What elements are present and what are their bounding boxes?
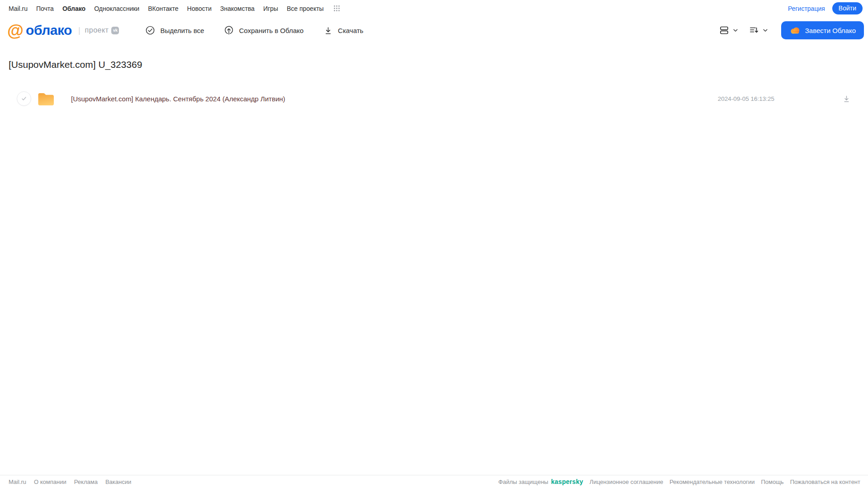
page-title: [UsupovMarket.com] U_323369: [9, 59, 868, 70]
topnav-link-znakomstva[interactable]: Знакомства: [220, 5, 255, 12]
apps-grid-icon[interactable]: [333, 5, 340, 12]
save-to-cloud-button[interactable]: Сохранить в Облако: [224, 25, 304, 35]
file-modified-date: 2024-09-05 16:13:25: [718, 95, 774, 102]
portal-topbar: Mail.ru Почта Облако Одноклассники ВКонт…: [0, 0, 868, 17]
cloud-icon: [789, 26, 801, 35]
download-icon: [842, 95, 851, 103]
chevron-down-icon: [732, 27, 739, 33]
header-right-controls: Завести Облако: [719, 21, 864, 39]
create-cloud-button[interactable]: Завести Облако: [781, 21, 864, 39]
topnav-link-vkontakte[interactable]: ВКонтакте: [148, 5, 178, 12]
login-button[interactable]: Войти: [832, 2, 863, 14]
protected-label: Файлы защищены: [498, 479, 548, 485]
topnav-link-mailru[interactable]: Mail.ru: [9, 5, 28, 12]
topnav-link-all-projects[interactable]: Все проекты: [287, 5, 324, 12]
mailru-at-icon: @: [7, 22, 24, 39]
footer-link-report-content[interactable]: Пожаловаться на контент: [790, 479, 860, 485]
folder-name-link[interactable]: [UsupovMarket.com] Календарь. Сентябрь 2…: [71, 95, 285, 103]
topnav-link-pochta[interactable]: Почта: [36, 5, 54, 12]
cloud-upload-icon: [224, 25, 234, 35]
download-all-label: Скачать: [338, 27, 363, 34]
footer-link-mailru[interactable]: Mail.ru: [9, 479, 26, 485]
footer-left-links: Mail.ru О компании Реклама Вакансии: [9, 479, 131, 485]
registration-link[interactable]: Регистрация: [788, 5, 825, 12]
download-all-button[interactable]: Скачать: [323, 26, 363, 35]
create-cloud-label: Завести Облако: [805, 27, 856, 34]
footer: Mail.ru О компании Реклама Вакансии Файл…: [0, 475, 868, 488]
footer-link-help[interactable]: Помощь: [761, 479, 783, 485]
cloud-brand-text: облако: [26, 23, 72, 38]
footer-right-links: Файлы защищены kaspersky Лицензионное со…: [498, 478, 860, 485]
vk-logo-icon: vk: [111, 27, 119, 34]
download-icon: [323, 26, 333, 35]
check-circle-icon: [145, 25, 155, 35]
chevron-down-icon: [762, 27, 768, 33]
topnav-link-novosti[interactable]: Новости: [187, 5, 212, 12]
portal-nav: Mail.ru Почта Облако Одноклассники ВКонт…: [9, 5, 340, 12]
sort-dropdown[interactable]: [749, 25, 768, 36]
footer-link-about[interactable]: О компании: [34, 479, 66, 485]
logo-divider: |: [78, 26, 81, 35]
kaspersky-logo[interactable]: kaspersky: [551, 478, 583, 485]
cloud-logo[interactable]: @ облако | проект vk: [7, 22, 119, 39]
row-download-button[interactable]: [842, 95, 851, 103]
topnav-link-odnoklassniki[interactable]: Одноклассники: [94, 5, 139, 12]
kaspersky-protection: Файлы защищены kaspersky: [498, 478, 583, 485]
topnav-link-igry[interactable]: Игры: [263, 5, 278, 12]
topnav-link-oblako[interactable]: Облако: [62, 5, 85, 12]
sort-icon: [749, 25, 759, 36]
list-view-icon: [719, 25, 730, 36]
select-all-label: Выделить все: [160, 27, 204, 34]
view-mode-dropdown[interactable]: [719, 25, 739, 36]
file-checkbox[interactable]: [17, 91, 31, 106]
footer-link-ads[interactable]: Реклама: [74, 479, 98, 485]
save-to-cloud-label: Сохранить в Облако: [239, 27, 304, 34]
footer-link-jobs[interactable]: Вакансии: [105, 479, 131, 485]
topbar-auth: Регистрация Войти: [788, 2, 863, 14]
file-row[interactable]: [UsupovMarket.com] Календарь. Сентябрь 2…: [0, 88, 868, 109]
select-all-button[interactable]: Выделить все: [145, 25, 204, 35]
footer-link-license[interactable]: Лицензионное соглашение: [589, 479, 663, 485]
project-label: проект: [85, 26, 109, 34]
checkmark-icon: [20, 95, 28, 102]
cloud-header: @ облако | проект vk Выделить все Сохран…: [0, 17, 868, 44]
footer-link-recommendation-tech[interactable]: Рекомендательные технологии: [669, 479, 754, 485]
folder-icon[interactable]: [37, 91, 55, 106]
file-toolbar: Выделить все Сохранить в Облако Скачать: [145, 25, 363, 35]
